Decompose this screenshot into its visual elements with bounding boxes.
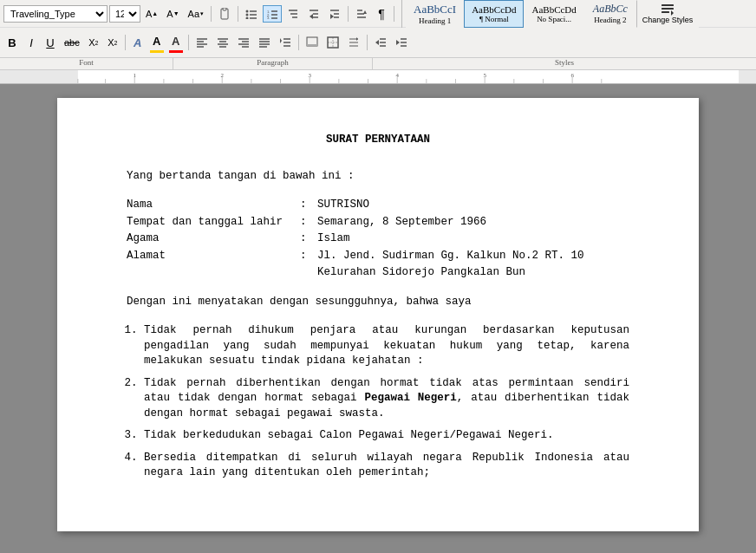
- sep5: [188, 35, 189, 50]
- font-color-btn[interactable]: A: [167, 33, 185, 50]
- ruler-svg: 1 2 3 4 5 6: [69, 70, 756, 84]
- para-spacing-btn[interactable]: [344, 34, 363, 51]
- svg-rect-29: [662, 4, 674, 6]
- style-nospace[interactable]: AaBbCcDd No Spaci...: [524, 0, 583, 28]
- sep-styles: [394, 6, 394, 22]
- line-spacing-icon: [279, 37, 291, 48]
- indent-less-icon: [375, 37, 387, 48]
- svg-point-4: [246, 13, 249, 16]
- svg-rect-1: [223, 8, 226, 10]
- field-alamat: Alamat : Jl. Jend. Sudirman Gg. Kalkun N…: [127, 249, 629, 264]
- page[interactable]: SURAT PERNYATAAN Yang bertanda tangan di…: [57, 98, 699, 531]
- align-center-btn[interactable]: [213, 34, 232, 51]
- change-styles-btn[interactable]: Change Styles: [636, 0, 700, 28]
- shading-icon: [306, 36, 318, 49]
- svg-marker-22: [330, 14, 334, 19]
- font-size-select[interactable]: 12: [109, 5, 140, 23]
- sort-btn[interactable]: [352, 5, 371, 23]
- align-right-icon: [238, 37, 250, 48]
- sep1: [211, 6, 212, 22]
- line-spacing-btn[interactable]: [276, 34, 295, 51]
- svg-marker-62: [375, 40, 379, 45]
- svg-rect-31: [662, 11, 669, 13]
- align-left-btn[interactable]: [192, 34, 212, 51]
- svg-marker-28: [363, 10, 367, 14]
- bold-btn[interactable]: B: [3, 34, 21, 51]
- toolbar-row2: B I U abc X2 X2 A A A: [0, 28, 756, 57]
- svg-marker-32: [671, 10, 674, 16]
- svg-rect-70: [78, 70, 610, 84]
- styles-label: Styles: [373, 58, 756, 69]
- svg-rect-54: [307, 44, 317, 46]
- svg-text:1: 1: [134, 72, 137, 79]
- svg-point-2: [246, 10, 249, 12]
- svg-rect-30: [662, 8, 674, 10]
- decrease-indent-btn[interactable]: [304, 5, 323, 23]
- indent-more-btn[interactable]: [392, 34, 411, 51]
- doc-area: SURAT PERNYATAAN Yang bertanda tangan di…: [0, 84, 756, 553]
- superscript-btn[interactable]: X2: [104, 34, 121, 51]
- align-center-icon: [217, 37, 229, 48]
- doc-statement: Dengan ini menyatakan dengan sesungguhny…: [127, 295, 629, 310]
- clipboard-btn[interactable]: [215, 5, 234, 23]
- sep2: [238, 6, 238, 22]
- highlight-color-bar: [150, 50, 164, 53]
- justify-icon: [258, 37, 270, 48]
- font-grow-btn[interactable]: A▲: [142, 5, 161, 23]
- multilevel-btn[interactable]: [284, 5, 303, 23]
- field-nama: Nama : SUTRISNO: [127, 198, 629, 213]
- field-agama: Agama : Islam: [127, 231, 629, 247]
- svg-text:2: 2: [220, 72, 224, 79]
- style-heading1[interactable]: AaBbCcI Heading 1: [406, 0, 464, 28]
- doc-title: SURAT PERNYATAAN: [127, 133, 629, 148]
- sep7: [367, 35, 368, 50]
- change-styles-icon: [661, 3, 675, 16]
- style-heading2[interactable]: AaBbCc Heading 2: [584, 0, 636, 28]
- highlight-btn[interactable]: A: [148, 33, 166, 50]
- field-ttl: Tempat dan tanggal lahir : Semarang, 8 S…: [127, 215, 629, 231]
- indent-more-icon: [395, 37, 407, 48]
- svg-text:6: 6: [570, 72, 574, 79]
- font-color-bar: [169, 50, 183, 53]
- list-item-4: Bersedia ditempatkan di seluruh wilayah …: [144, 451, 629, 481]
- svg-marker-18: [310, 14, 313, 19]
- svg-text:3: 3: [308, 72, 311, 79]
- font-shrink-btn[interactable]: A▼: [163, 5, 182, 23]
- list-item-1: Tidak pernah dihukum penjara atau kurung…: [144, 323, 629, 369]
- indent-less-btn[interactable]: [371, 34, 390, 51]
- toolbar: Traveling_Type 12 A▲ A▼ Aa▾ 1.2.3.: [0, 0, 756, 70]
- doc-list: Tidak pernah dihukum penjara atau kurung…: [144, 323, 629, 481]
- align-right-btn[interactable]: [234, 34, 253, 51]
- field-alamat2: Kelurahan Sidorejo Pangkalan Bun: [127, 265, 629, 281]
- svg-text:3.: 3.: [267, 16, 270, 19]
- strikethrough-btn[interactable]: abc: [61, 34, 83, 51]
- font-label: Font: [0, 58, 173, 69]
- svg-point-6: [246, 16, 249, 19]
- numbering-btn[interactable]: 1.2.3.: [263, 5, 282, 23]
- text-effects-btn[interactable]: A: [129, 34, 147, 51]
- underline-btn[interactable]: U: [42, 34, 59, 51]
- toolbar-row1: Traveling_Type 12 A▲ A▼ Aa▾ 1.2.3.: [0, 0, 756, 28]
- italic-btn[interactable]: I: [23, 34, 40, 51]
- ruler: 1 2 3 4 5 6: [0, 70, 756, 84]
- pilcrow-btn[interactable]: ¶: [373, 5, 390, 23]
- justify-btn[interactable]: [255, 34, 274, 51]
- list-item-3: Tidak berkedudukan sebagai Calon Pegawai…: [144, 428, 629, 444]
- borders-btn[interactable]: [323, 34, 342, 51]
- style-normal[interactable]: AaBbCcDd ¶ Normal: [464, 0, 524, 28]
- styles-area: AaBbCcI Heading 1 AaBbCcDd ¶ Normal AaBb…: [401, 0, 699, 28]
- increase-indent-btn[interactable]: [325, 5, 344, 23]
- change-case-btn[interactable]: Aa▾: [185, 5, 207, 23]
- font-color-group: A: [167, 33, 185, 53]
- section-labels-row: Font Paragraph Styles: [0, 57, 756, 69]
- doc-intro: Yang bertanda tangan di bawah ini :: [127, 169, 629, 185]
- svg-text:5: 5: [483, 72, 486, 79]
- paragraph-label: Paragraph: [173, 58, 373, 69]
- svg-marker-52: [280, 38, 282, 43]
- subscript-btn[interactable]: X2: [85, 34, 102, 51]
- font-name-select[interactable]: Traveling_Type: [3, 5, 108, 23]
- change-styles-label: Change Styles: [642, 16, 694, 25]
- align-left-icon: [196, 37, 208, 48]
- shading-btn[interactable]: [303, 34, 322, 51]
- bullets-btn[interactable]: [242, 5, 261, 23]
